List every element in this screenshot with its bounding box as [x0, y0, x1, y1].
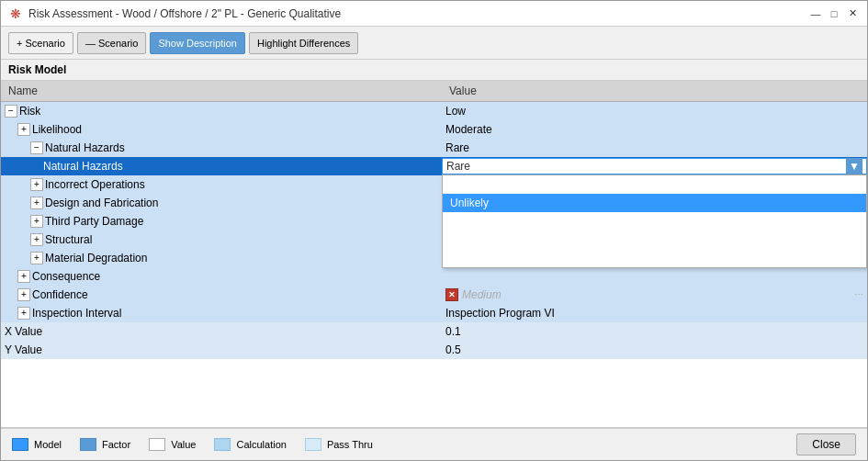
legend-calculation-color — [214, 438, 231, 451]
name-cell: + Confidence — [1, 286, 442, 303]
maximize-button[interactable]: □ — [827, 6, 841, 21]
row-label: Design and Fabrication — [45, 197, 158, 209]
row-value: Low — [445, 105, 466, 118]
name-cell: + Third Party Damage — [1, 212, 442, 230]
expand-icon[interactable]: + — [17, 307, 30, 320]
main-window: ❋ Risk Assessment - Wood / Offshore / 2"… — [0, 0, 868, 461]
name-cell: − Natural Hazards — [1, 139, 442, 156]
window-title: Risk Assessment - Wood / Offshore / 2" P… — [28, 7, 341, 20]
row-label: Natural Hazards — [43, 160, 123, 173]
value-cell: ✕ Medium ⋯ — [442, 288, 867, 301]
table-row[interactable]: + Consequence — [1, 267, 867, 286]
value-cell: Moderate — [442, 123, 867, 136]
legend-model: Model — [12, 438, 62, 451]
expand-icon[interactable]: − — [5, 105, 17, 118]
name-cell: + Likelihood — [1, 120, 442, 138]
legend-model-color — [12, 438, 28, 451]
name-cell: + Incorrect Operations — [1, 175, 442, 193]
legend-factor-label: Factor — [102, 439, 130, 450]
legend-calculation: Calculation — [214, 438, 286, 451]
expand-icon[interactable]: + — [30, 178, 43, 191]
row-label: Y Value — [5, 343, 42, 356]
legend-value-label: Value — [171, 439, 196, 450]
table-row[interactable]: − Risk Low — [1, 102, 867, 120]
table-row[interactable]: − Natural Hazards Rare — [1, 139, 867, 157]
toolbar: + Scenario — Scenario Show Description H… — [1, 27, 867, 60]
dropdown-current-value: Rare — [446, 160, 470, 173]
table-row[interactable]: + Inspection Interval Inspection Program… — [1, 304, 867, 322]
name-cell: + Material Degradation — [1, 249, 442, 266]
expand-icon[interactable]: + — [17, 123, 30, 136]
expand-icon[interactable]: + — [30, 197, 43, 209]
table-row[interactable]: X Value 0.1 — [1, 322, 867, 341]
row-value: Medium — [462, 288, 502, 301]
expand-icon[interactable]: + — [30, 252, 43, 264]
value-cell: Rare ▼ Rare Unlikely Moderate Likely Alm… — [442, 158, 867, 174]
expand-icon[interactable]: + — [17, 288, 30, 301]
expand-icon[interactable]: + — [17, 270, 30, 283]
name-cell: + Consequence — [1, 267, 442, 285]
name-cell: + Design and Fabrication — [1, 194, 442, 211]
row-value: 0.1 — [445, 325, 461, 338]
empty-space — [1, 359, 867, 405]
legend-factor: Factor — [80, 438, 130, 451]
name-cell: Y Value — [1, 341, 442, 358]
dropdown-list: Rare Unlikely Moderate Likely Almost cer… — [442, 174, 867, 268]
legend-factor-color — [80, 438, 96, 451]
name-cell: − Risk — [1, 102, 442, 119]
highlight-differences-button[interactable]: Highlight Differences — [249, 32, 358, 54]
name-cell: Natural Hazards — [1, 157, 442, 174]
expand-icon[interactable]: + — [30, 215, 43, 228]
row-value: 0.5 — [445, 343, 461, 356]
dropdown-item-likely[interactable]: Likely — [443, 230, 866, 249]
value-cell: Inspection Program VI — [442, 307, 867, 320]
expand-icon[interactable]: + — [30, 233, 43, 246]
legend-model-label: Model — [34, 439, 62, 450]
close-button[interactable]: Close — [796, 433, 856, 455]
legend-value-color — [149, 438, 165, 451]
legend-pass-thru-label: Pass Thru — [327, 439, 373, 450]
row-label: Risk — [19, 105, 40, 118]
row-value: Rare — [445, 141, 469, 154]
dropdown-item-rare[interactable]: Rare — [443, 175, 866, 194]
table-row-selected[interactable]: Natural Hazards Rare ▼ Rare Unlikely Mod… — [1, 157, 867, 175]
row-label: Third Party Damage — [45, 215, 143, 228]
row-label: Natural Hazards — [45, 141, 125, 154]
error-icon: ✕ — [445, 288, 458, 301]
dropdown-item-moderate[interactable]: Moderate — [443, 212, 866, 230]
content-area: Risk Model Name Value − Risk Low — [1, 60, 867, 427]
section-header: Risk Model — [1, 60, 867, 81]
table-body: − Risk Low + Likelihood Moderate — [1, 102, 867, 427]
show-description-button[interactable]: Show Description — [150, 32, 245, 54]
row-label: Structural — [45, 233, 92, 246]
table-row[interactable]: + Likelihood Moderate — [1, 120, 867, 139]
row-label: Consequence — [32, 270, 100, 283]
row-value: Moderate — [445, 123, 492, 136]
minimize-button[interactable]: — — [808, 6, 823, 21]
titlebar: ❋ Risk Assessment - Wood / Offshore / 2"… — [1, 1, 867, 27]
dropdown-arrow-icon[interactable]: ▼ — [846, 158, 862, 174]
row-value: Inspection Program VI — [445, 307, 555, 320]
dropdown-item-almost-certain[interactable]: Almost certain — [443, 249, 866, 267]
titlebar-left: ❋ Risk Assessment - Wood / Offshore / 2"… — [8, 6, 341, 21]
dropdown-selected[interactable]: Rare ▼ — [442, 158, 867, 174]
dropdown-item-unlikely[interactable]: Unlikely — [443, 194, 866, 212]
remove-scenario-button[interactable]: — Scenario — [77, 32, 146, 54]
table-row[interactable]: + Confidence ✕ Medium ⋯ — [1, 286, 867, 304]
table-header: Name Value — [1, 81, 867, 102]
add-scenario-button[interactable]: + Scenario — [8, 32, 73, 54]
app-icon: ❋ — [8, 6, 23, 21]
legend-pass-thru-color — [305, 438, 321, 451]
value-column-header: Value — [442, 83, 867, 99]
footer-right: Close — [796, 433, 856, 455]
row-label: Confidence — [32, 288, 88, 301]
footer-bar: Model Factor Value Calculation Pass Thru… — [1, 427, 867, 460]
close-window-button[interactable]: ✕ — [845, 6, 860, 21]
table-row[interactable]: Y Value 0.5 — [1, 341, 867, 359]
scrollbar-indicator: ⋯ — [854, 289, 863, 299]
expand-icon[interactable]: − — [30, 141, 43, 154]
legend-pass-thru: Pass Thru — [305, 438, 373, 451]
row-label: Incorrect Operations — [45, 178, 145, 191]
row-label: Inspection Interval — [32, 307, 121, 320]
name-cell: + Structural — [1, 230, 442, 248]
